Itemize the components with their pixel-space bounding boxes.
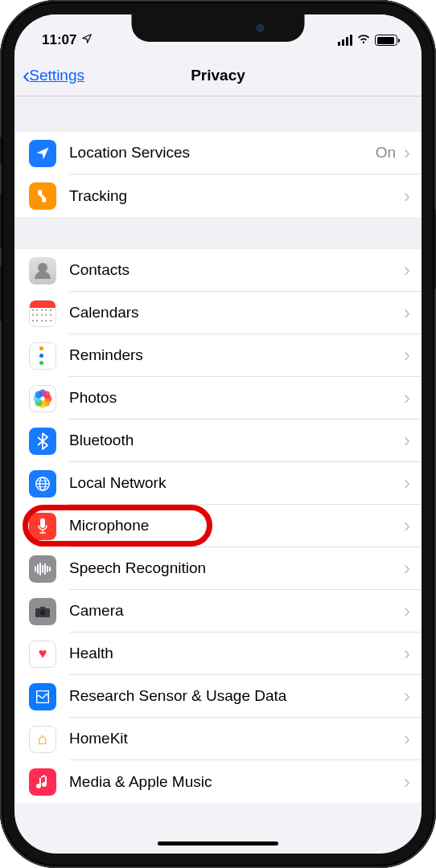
row-speech[interactable]: Speech Recognition› [14, 547, 422, 590]
row-research[interactable]: Research Sensor & Usage Data› [14, 675, 422, 718]
row-label: Contacts [69, 261, 404, 279]
notch [132, 14, 305, 42]
row-bluetooth[interactable]: Bluetooth› [14, 420, 422, 462]
back-button[interactable]: ‹ Settings [14, 64, 84, 87]
row-label: Health [69, 645, 404, 662]
microphone-icon [29, 513, 56, 540]
nav-bar: ‹ Settings Privacy [14, 55, 422, 96]
row-label: Reminders [69, 346, 404, 364]
chevron-right-icon: › [404, 559, 410, 578]
phone-frame: 11:07 ‹ Settings Privacy Location Servic… [0, 0, 436, 868]
tracking-icon [29, 182, 56, 210]
row-label: Bluetooth [69, 432, 404, 449]
row-label: HomeKit [69, 730, 404, 747]
row-label: Microphone [69, 517, 404, 534]
row-media[interactable]: Media & Apple Music› [14, 760, 422, 803]
svg-rect-5 [40, 518, 45, 528]
settings-content[interactable]: Location ServicesOn›Tracking›Contacts›Ca… [14, 96, 422, 803]
row-contacts[interactable]: Contacts› [14, 249, 422, 292]
chevron-right-icon: › [404, 346, 410, 365]
chevron-right-icon: › [404, 431, 410, 450]
home-indicator[interactable] [158, 841, 278, 845]
row-label: Calendars [69, 304, 404, 321]
row-label: Camera [69, 602, 404, 620]
section-gap [14, 96, 422, 132]
row-reminders[interactable]: Reminders› [14, 334, 422, 377]
row-homekit[interactable]: ⌂HomeKit› [14, 718, 422, 760]
reminders-icon [29, 342, 56, 370]
row-label: Media & Apple Music [69, 773, 404, 791]
chevron-right-icon: › [404, 260, 410, 280]
chevron-right-icon: › [404, 516, 410, 535]
back-label: Settings [29, 67, 84, 84]
row-microphone[interactable]: Microphone› [14, 505, 422, 547]
row-label: Tracking [69, 187, 404, 205]
row-value: On [376, 144, 396, 162]
status-time: 11:07 [42, 32, 76, 48]
contacts-icon [29, 257, 56, 285]
row-tracking[interactable]: Tracking› [14, 174, 422, 217]
chevron-right-icon: › [404, 186, 410, 206]
wifi-icon [356, 32, 371, 48]
location-indicator-icon [81, 32, 93, 48]
chevron-right-icon: › [404, 729, 410, 748]
mute-switch [0, 137, 2, 165]
heart-icon: ♥ [29, 641, 56, 668]
row-label: Location Services [69, 144, 376, 162]
cellular-signal-icon [338, 35, 353, 46]
chevron-right-icon: › [404, 601, 410, 620]
calendar-icon [29, 300, 56, 327]
settings-section: Location ServicesOn›Tracking› [14, 132, 422, 217]
chevron-right-icon: › [404, 772, 410, 792]
row-calendars[interactable]: Calendars› [14, 292, 422, 334]
chevron-right-icon: › [404, 143, 410, 162]
row-label: Photos [69, 389, 404, 407]
chevron-right-icon: › [404, 388, 410, 407]
chevron-right-icon: › [404, 686, 410, 706]
camera-icon [29, 598, 56, 625]
section-gap [14, 217, 422, 249]
svg-point-13 [40, 609, 46, 615]
globe-icon [29, 470, 56, 497]
battery-icon [375, 35, 397, 46]
chevron-right-icon: › [404, 644, 410, 663]
volume-up-button [0, 193, 2, 249]
research-icon [29, 683, 56, 710]
music-note-icon [29, 768, 56, 796]
chevron-right-icon: › [404, 473, 410, 493]
bluetooth-icon [29, 428, 56, 455]
home-icon: ⌂ [29, 726, 56, 753]
row-label: Speech Recognition [69, 559, 404, 577]
row-photos[interactable]: Photos› [14, 377, 422, 420]
row-health[interactable]: ♥Health› [14, 633, 422, 675]
row-localnet[interactable]: Local Network› [14, 462, 422, 505]
row-camera[interactable]: Camera› [14, 590, 422, 633]
settings-section: Contacts›Calendars›Reminders›Photos›Blue… [14, 249, 422, 803]
waveform-icon [29, 555, 56, 583]
row-label: Research Sensor & Usage Data [69, 687, 404, 705]
location-arrow-icon [29, 140, 56, 167]
photos-icon [29, 385, 56, 412]
row-label: Local Network [69, 474, 404, 492]
chevron-right-icon: › [404, 303, 410, 322]
screen: 11:07 ‹ Settings Privacy Location Servic… [14, 14, 422, 854]
row-location[interactable]: Location ServicesOn› [14, 132, 422, 174]
volume-down-button [0, 265, 2, 321]
